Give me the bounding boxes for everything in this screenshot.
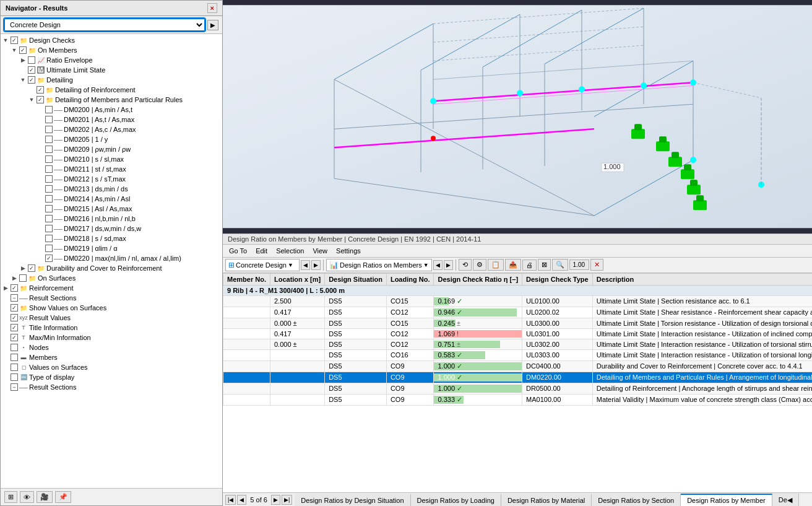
- bottom-tab-design-ratios-by-material[interactable]: Design Ratios by Material: [501, 494, 592, 506]
- table-row[interactable]: DS5CO90.333 ✓MA0100.00Material Validity …: [223, 394, 813, 405]
- tree-item-dm0219[interactable]: —DM0219 | αlim / α: [1, 243, 222, 253]
- rt-btn-search[interactable]: 🔍: [552, 259, 568, 271]
- tree-item-type-display[interactable]: 🔤Type of display: [1, 372, 222, 382]
- tree-item-dm0218[interactable]: —DM0218 | s / sd,max: [1, 233, 222, 243]
- checkbox-result-sections2[interactable]: [11, 383, 18, 391]
- expand-ratio-envelope[interactable]: ▶: [19, 56, 27, 64]
- navigator-arrow-button[interactable]: ▶: [207, 20, 218, 30]
- expand-on-surfaces[interactable]: ▶: [11, 274, 18, 282]
- tree-item-nodes[interactable]: ·Nodes: [1, 342, 222, 352]
- menu-goto[interactable]: Go To: [225, 246, 251, 256]
- table-row[interactable]: DS5CO91.000 ✓DM0220.00Detailing of Membe…: [223, 372, 813, 383]
- checkbox-dm0212[interactable]: [45, 175, 53, 183]
- rt-next-button[interactable]: ▶: [311, 260, 321, 270]
- checkbox-dm0220[interactable]: [45, 255, 53, 262]
- navigator-close-button[interactable]: ×: [207, 3, 217, 13]
- checkbox-durability[interactable]: [28, 264, 35, 272]
- tree-item-dm0214[interactable]: —DM0214 | As,min / Asl: [1, 194, 222, 204]
- tree-item-det-members[interactable]: ▼📁Detailing of Members and Particular Ru…: [1, 95, 222, 105]
- checkbox-dm0211[interactable]: [45, 165, 53, 173]
- page-first[interactable]: |◀: [225, 495, 236, 505]
- checkbox-type-display[interactable]: [11, 373, 18, 381]
- menu-edit[interactable]: Edit: [252, 246, 271, 256]
- checkbox-detailing[interactable]: [28, 76, 35, 84]
- results-type-dropdown[interactable]: ⊞ Concrete Design ▼: [225, 259, 300, 271]
- rt-btn-print[interactable]: 🖨: [522, 260, 537, 271]
- rt-view-next[interactable]: ▶: [444, 260, 453, 270]
- tree-item-detailing[interactable]: ▼📁Detailing: [1, 75, 222, 85]
- rt-btn-filter[interactable]: ⊠: [538, 259, 551, 271]
- checkbox-dm0209[interactable]: [45, 146, 53, 153]
- checkbox-dm0202[interactable]: [45, 126, 53, 133]
- checkbox-dm0218[interactable]: [45, 235, 53, 242]
- table-row[interactable]: DS5CO91.000 ✓DR0500.00Detailing of Reinf…: [223, 383, 813, 394]
- menu-view[interactable]: View: [309, 246, 331, 256]
- checkbox-dm0210[interactable]: [45, 155, 53, 163]
- rt-btn-num[interactable]: 1.00: [569, 260, 589, 270]
- tree-item-ratio-envelope[interactable]: ▶📈Ratio Envelope: [1, 55, 222, 65]
- rt-prev-button[interactable]: ◀: [301, 260, 310, 270]
- rt-btn-2[interactable]: ⚙: [473, 259, 486, 271]
- table-row[interactable]: 0.000 ±DS5CO150.245 ±UL0300.00Ultimate L…: [223, 318, 813, 328]
- checkbox-result-values[interactable]: [11, 314, 18, 321]
- rt-btn-export[interactable]: 📤: [505, 259, 521, 271]
- tree-item-title-info[interactable]: TTitle Information: [1, 323, 222, 333]
- tree-item-dm0201[interactable]: —DM0201 | As,t / As,max: [1, 115, 222, 124]
- expand-design-checks[interactable]: ▼: [2, 37, 9, 44]
- nav-eye-button[interactable]: 👁: [20, 491, 34, 503]
- table-row[interactable]: 0.000 ±DS5CO120.751 ±UL0302.00Ultimate L…: [223, 339, 813, 349]
- tree-item-dm0210[interactable]: —DM0210 | s / sl,max: [1, 154, 222, 164]
- results-table-container[interactable]: Member No. Location x [m] Design Situati…: [223, 273, 812, 493]
- tree-item-show-values[interactable]: 📁Show Values on Surfaces: [1, 303, 222, 313]
- checkbox-det-reinf[interactable]: [37, 86, 44, 94]
- page-prev[interactable]: ◀: [237, 495, 246, 505]
- navigator-dropdown[interactable]: Concrete Design: [4, 19, 205, 31]
- tree-item-members[interactable]: ▬Members: [1, 352, 222, 362]
- nav-pin-button[interactable]: 📌: [55, 491, 71, 503]
- checkbox-design-checks[interactable]: [11, 37, 18, 44]
- menu-selection[interactable]: Selection: [272, 246, 308, 256]
- checkbox-on-members[interactable]: [19, 46, 27, 54]
- checkbox-nodes[interactable]: [11, 344, 18, 351]
- bottom-tab-design-ratios-by-loading[interactable]: Design Ratios by Loading: [411, 494, 501, 506]
- bottom-tab-design-ratios-by-design-situation[interactable]: Design Ratios by Design Situation: [295, 494, 410, 506]
- checkbox-dm0201[interactable]: [45, 116, 53, 123]
- bottom-tab-design-ratios-by-section[interactable]: Design Ratios by Section: [592, 494, 681, 506]
- checkbox-dm0219[interactable]: [45, 245, 53, 252]
- tree-item-design-checks[interactable]: ▼📁Design Checks: [1, 35, 222, 45]
- tree-item-on-surfaces[interactable]: ▶📁On Surfaces: [1, 273, 222, 283]
- checkbox-reinforcement[interactable]: [11, 284, 18, 292]
- tree-item-dm0217[interactable]: —DM0217 | ds,w,min / ds,w: [1, 224, 222, 233]
- tree-item-uls[interactable]: MUltimate Limit State: [1, 65, 222, 75]
- tree-item-dm0202[interactable]: —DM0202 | As,c / As,max: [1, 124, 222, 134]
- checkbox-uls[interactable]: [28, 66, 35, 74]
- expand-durability[interactable]: ▶: [19, 264, 27, 272]
- tree-item-dm0205[interactable]: —DM0205 | 1 / y: [1, 134, 222, 144]
- checkbox-dm0215[interactable]: [45, 205, 53, 212]
- checkbox-maxmin-info[interactable]: [11, 334, 18, 341]
- tree-item-dm0213[interactable]: —DM0213 | ds,min / ds: [1, 184, 222, 194]
- viewport-3d[interactable]: 1.000: [223, 0, 812, 233]
- checkbox-title-info[interactable]: [11, 324, 18, 331]
- tree-item-dm0211[interactable]: —DM0211 | st / st,max: [1, 164, 222, 174]
- table-row[interactable]: 0.417DS5CO121.069 !UL0301.00Ultimate Lim…: [223, 328, 813, 339]
- tree-item-dm0209[interactable]: —DM0209 | ρw,min / ρw: [1, 144, 222, 154]
- checkbox-dm0200[interactable]: [45, 106, 53, 113]
- checkbox-dm0214[interactable]: [45, 195, 53, 203]
- checkbox-ratio-envelope[interactable]: [28, 56, 35, 64]
- page-next[interactable]: ▶: [271, 495, 280, 505]
- tree-item-dm0216[interactable]: —DM0216 | nl,b,min / nl,b: [1, 214, 222, 224]
- rt-view-prev[interactable]: ◀: [433, 260, 443, 270]
- tree-item-maxmin-info[interactable]: TMax/Min Information: [1, 333, 222, 342]
- tree-item-det-reinf[interactable]: 📁Detailing of Reinforcement: [1, 85, 222, 95]
- tree-item-durability[interactable]: ▶📁Durability and Cover to Reinforcement: [1, 263, 222, 273]
- table-row[interactable]: 2.500DS5CO150.169 ✓UL0100.00Ultimate Lim…: [223, 295, 813, 307]
- checkbox-dm0217[interactable]: [45, 225, 53, 232]
- tree-item-reinforcement[interactable]: ▶📁Reinforcement: [1, 283, 222, 293]
- tree-item-dm0220[interactable]: —DM0220 | max(nl,lim / nl, amax / al,lim…: [1, 253, 222, 263]
- tree-item-values-surfaces[interactable]: ◻Values on Surfaces: [1, 362, 222, 372]
- tree-item-result-sections[interactable]: —Result Sections: [1, 293, 222, 303]
- checkbox-dm0205[interactable]: [45, 136, 53, 143]
- menu-settings[interactable]: Settings: [332, 246, 365, 256]
- expand-on-members[interactable]: ▼: [11, 46, 18, 54]
